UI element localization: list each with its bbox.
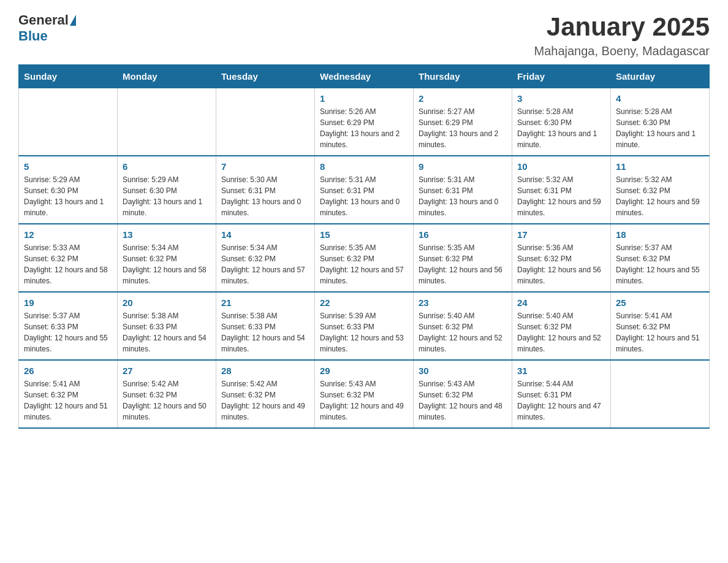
day-info: Sunrise: 5:28 AMSunset: 6:30 PMDaylight:… xyxy=(517,106,605,150)
day-cell: 26Sunrise: 5:41 AMSunset: 6:32 PMDayligh… xyxy=(19,360,118,428)
day-cell: 8Sunrise: 5:31 AMSunset: 6:31 PMDaylight… xyxy=(315,156,414,224)
day-cell: 29Sunrise: 5:43 AMSunset: 6:32 PMDayligh… xyxy=(315,360,414,428)
day-number: 10 xyxy=(517,161,605,172)
day-info: Sunrise: 5:35 AMSunset: 6:32 PMDaylight:… xyxy=(419,242,507,286)
day-cell xyxy=(19,88,118,156)
day-number: 5 xyxy=(24,161,112,172)
day-number: 18 xyxy=(616,229,704,240)
day-info: Sunrise: 5:31 AMSunset: 6:31 PMDaylight:… xyxy=(320,174,408,218)
week-row-5: 26Sunrise: 5:41 AMSunset: 6:32 PMDayligh… xyxy=(19,360,710,428)
day-cell: 12Sunrise: 5:33 AMSunset: 6:32 PMDayligh… xyxy=(19,224,118,292)
day-info: Sunrise: 5:37 AMSunset: 6:33 PMDaylight:… xyxy=(24,310,112,354)
day-number: 14 xyxy=(221,229,309,240)
logo-blue-text: Blue xyxy=(18,28,48,44)
day-info: Sunrise: 5:36 AMSunset: 6:32 PMDaylight:… xyxy=(517,242,605,286)
day-cell: 5Sunrise: 5:29 AMSunset: 6:30 PMDaylight… xyxy=(19,156,118,224)
day-info: Sunrise: 5:42 AMSunset: 6:32 PMDaylight:… xyxy=(221,378,309,423)
day-number: 28 xyxy=(221,366,309,376)
logo-triangle-icon xyxy=(70,15,76,26)
header-cell-monday: Monday xyxy=(118,65,216,88)
day-info: Sunrise: 5:29 AMSunset: 6:30 PMDaylight:… xyxy=(24,174,112,218)
logo-general-text: General xyxy=(18,12,69,28)
day-cell: 17Sunrise: 5:36 AMSunset: 6:32 PMDayligh… xyxy=(512,224,611,292)
day-info: Sunrise: 5:26 AMSunset: 6:29 PMDaylight:… xyxy=(320,106,408,150)
day-cell xyxy=(611,360,710,428)
day-number: 12 xyxy=(24,229,112,240)
day-cell: 3Sunrise: 5:28 AMSunset: 6:30 PMDaylight… xyxy=(512,88,611,156)
day-info: Sunrise: 5:41 AMSunset: 6:32 PMDaylight:… xyxy=(616,310,704,354)
day-info: Sunrise: 5:33 AMSunset: 6:32 PMDaylight:… xyxy=(24,242,112,286)
day-cell: 7Sunrise: 5:30 AMSunset: 6:31 PMDaylight… xyxy=(216,156,315,224)
day-info: Sunrise: 5:44 AMSunset: 6:31 PMDaylight:… xyxy=(517,378,605,423)
day-cell: 27Sunrise: 5:42 AMSunset: 6:32 PMDayligh… xyxy=(118,360,216,428)
day-cell: 9Sunrise: 5:31 AMSunset: 6:31 PMDaylight… xyxy=(414,156,512,224)
day-number: 23 xyxy=(419,297,507,308)
header-cell-friday: Friday xyxy=(512,65,611,88)
day-cell: 4Sunrise: 5:28 AMSunset: 6:30 PMDaylight… xyxy=(611,88,710,156)
day-cell: 30Sunrise: 5:43 AMSunset: 6:32 PMDayligh… xyxy=(414,360,512,428)
calendar-body: 1Sunrise: 5:26 AMSunset: 6:29 PMDaylight… xyxy=(19,88,710,429)
day-info: Sunrise: 5:30 AMSunset: 6:31 PMDaylight:… xyxy=(221,174,309,218)
day-number: 11 xyxy=(616,161,704,172)
day-cell: 10Sunrise: 5:32 AMSunset: 6:31 PMDayligh… xyxy=(512,156,611,224)
day-cell: 23Sunrise: 5:40 AMSunset: 6:32 PMDayligh… xyxy=(414,292,512,360)
day-info: Sunrise: 5:34 AMSunset: 6:32 PMDaylight:… xyxy=(123,242,211,286)
day-number: 16 xyxy=(419,229,507,240)
day-cell: 2Sunrise: 5:27 AMSunset: 6:29 PMDaylight… xyxy=(414,88,512,156)
day-info: Sunrise: 5:31 AMSunset: 6:31 PMDaylight:… xyxy=(419,174,507,218)
day-info: Sunrise: 5:28 AMSunset: 6:30 PMDaylight:… xyxy=(616,106,704,150)
day-info: Sunrise: 5:42 AMSunset: 6:32 PMDaylight:… xyxy=(123,378,211,423)
day-cell: 6Sunrise: 5:29 AMSunset: 6:30 PMDaylight… xyxy=(118,156,216,224)
day-number: 4 xyxy=(616,93,704,104)
header-cell-tuesday: Tuesday xyxy=(216,65,315,88)
calendar-header: SundayMondayTuesdayWednesdayThursdayFrid… xyxy=(19,65,710,88)
day-number: 22 xyxy=(320,297,408,308)
day-info: Sunrise: 5:40 AMSunset: 6:32 PMDaylight:… xyxy=(517,310,605,354)
day-info: Sunrise: 5:40 AMSunset: 6:32 PMDaylight:… xyxy=(419,310,507,354)
day-number: 8 xyxy=(320,161,408,172)
day-cell: 11Sunrise: 5:32 AMSunset: 6:32 PMDayligh… xyxy=(611,156,710,224)
location-label: Mahajanga, Boeny, Madagascar xyxy=(534,44,710,58)
day-number: 15 xyxy=(320,229,408,240)
day-info: Sunrise: 5:38 AMSunset: 6:33 PMDaylight:… xyxy=(123,310,211,354)
day-number: 9 xyxy=(419,161,507,172)
header-cell-saturday: Saturday xyxy=(611,65,710,88)
logo: General Blue xyxy=(18,12,77,44)
day-info: Sunrise: 5:43 AMSunset: 6:32 PMDaylight:… xyxy=(320,378,408,423)
day-number: 20 xyxy=(123,297,211,308)
day-cell: 1Sunrise: 5:26 AMSunset: 6:29 PMDaylight… xyxy=(315,88,414,156)
day-info: Sunrise: 5:32 AMSunset: 6:32 PMDaylight:… xyxy=(616,174,704,218)
day-info: Sunrise: 5:37 AMSunset: 6:32 PMDaylight:… xyxy=(616,242,704,286)
title-block: January 2025 Mahajanga, Boeny, Madagasca… xyxy=(534,12,710,58)
day-number: 19 xyxy=(24,297,112,308)
month-title: January 2025 xyxy=(534,12,710,42)
day-number: 27 xyxy=(123,366,211,376)
day-cell: 24Sunrise: 5:40 AMSunset: 6:32 PMDayligh… xyxy=(512,292,611,360)
day-number: 29 xyxy=(320,366,408,376)
header-cell-thursday: Thursday xyxy=(414,65,512,88)
day-info: Sunrise: 5:34 AMSunset: 6:32 PMDaylight:… xyxy=(221,242,309,286)
day-info: Sunrise: 5:39 AMSunset: 6:33 PMDaylight:… xyxy=(320,310,408,354)
day-info: Sunrise: 5:41 AMSunset: 6:32 PMDaylight:… xyxy=(24,378,112,423)
day-cell xyxy=(216,88,315,156)
day-cell: 31Sunrise: 5:44 AMSunset: 6:31 PMDayligh… xyxy=(512,360,611,428)
day-number: 26 xyxy=(24,366,112,376)
day-number: 31 xyxy=(517,366,605,376)
day-cell: 21Sunrise: 5:38 AMSunset: 6:33 PMDayligh… xyxy=(216,292,315,360)
day-cell: 22Sunrise: 5:39 AMSunset: 6:33 PMDayligh… xyxy=(315,292,414,360)
day-info: Sunrise: 5:35 AMSunset: 6:32 PMDaylight:… xyxy=(320,242,408,286)
day-info: Sunrise: 5:29 AMSunset: 6:30 PMDaylight:… xyxy=(123,174,211,218)
day-cell: 18Sunrise: 5:37 AMSunset: 6:32 PMDayligh… xyxy=(611,224,710,292)
day-info: Sunrise: 5:38 AMSunset: 6:33 PMDaylight:… xyxy=(221,310,309,354)
day-info: Sunrise: 5:43 AMSunset: 6:32 PMDaylight:… xyxy=(419,378,507,423)
week-row-1: 1Sunrise: 5:26 AMSunset: 6:29 PMDaylight… xyxy=(19,88,710,156)
day-number: 1 xyxy=(320,93,408,104)
day-number: 30 xyxy=(419,366,507,376)
day-cell: 19Sunrise: 5:37 AMSunset: 6:33 PMDayligh… xyxy=(19,292,118,360)
day-cell: 14Sunrise: 5:34 AMSunset: 6:32 PMDayligh… xyxy=(216,224,315,292)
week-row-2: 5Sunrise: 5:29 AMSunset: 6:30 PMDaylight… xyxy=(19,156,710,224)
day-number: 6 xyxy=(123,161,211,172)
day-info: Sunrise: 5:32 AMSunset: 6:31 PMDaylight:… xyxy=(517,174,605,218)
header-cell-sunday: Sunday xyxy=(19,65,118,88)
header-row: SundayMondayTuesdayWednesdayThursdayFrid… xyxy=(19,65,710,88)
